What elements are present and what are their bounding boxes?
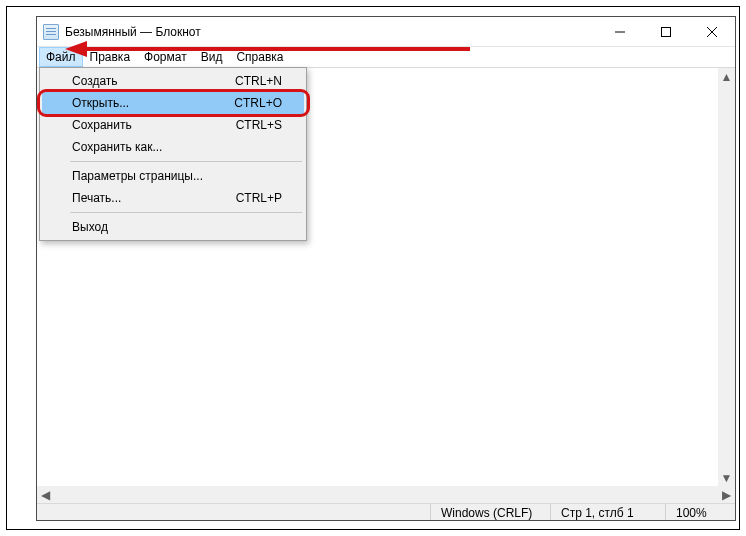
minimize-button[interactable]: [597, 17, 643, 47]
menubar: Файл Правка Формат Вид Справка: [37, 47, 735, 67]
chevron-left-icon: ◀: [41, 488, 50, 502]
menu-item-exit[interactable]: Выход: [42, 216, 304, 238]
scroll-left-button[interactable]: ◀: [37, 486, 54, 503]
menu-separator: [70, 212, 302, 213]
menu-format[interactable]: Формат: [137, 47, 194, 67]
menu-item-saveas-label: Сохранить как...: [72, 140, 282, 154]
menu-edit[interactable]: Правка: [83, 47, 138, 67]
svg-rect-1: [662, 28, 671, 37]
menu-item-open-label: Открыть...: [72, 96, 234, 110]
menu-item-save[interactable]: Сохранить CTRL+S: [42, 114, 304, 136]
status-zoom: 100%: [665, 504, 735, 520]
menu-help[interactable]: Справка: [229, 47, 290, 67]
vertical-scrollbar[interactable]: ▲ ▼: [718, 68, 735, 486]
menu-item-save-accel: CTRL+S: [236, 118, 282, 132]
horizontal-scrollbar[interactable]: ◀ ▶: [37, 486, 735, 503]
scroll-up-button[interactable]: ▲: [718, 68, 735, 85]
menu-item-save-label: Сохранить: [72, 118, 236, 132]
scroll-down-button[interactable]: ▼: [718, 469, 735, 486]
menu-format-label: Формат: [144, 50, 187, 64]
notepad-icon: [43, 24, 59, 40]
chevron-down-icon: ▼: [721, 471, 733, 485]
file-menu-dropdown: Создать CTRL+N Открыть... CTRL+O Сохрани…: [39, 67, 307, 241]
menu-item-print[interactable]: Печать... CTRL+P: [42, 187, 304, 209]
menu-item-new-accel: CTRL+N: [235, 74, 282, 88]
menu-item-saveas[interactable]: Сохранить как...: [42, 136, 304, 158]
maximize-button[interactable]: [643, 17, 689, 47]
menu-separator: [70, 161, 302, 162]
menu-help-label: Справка: [236, 50, 283, 64]
menu-file-label: Файл: [46, 50, 76, 64]
menu-item-print-label: Печать...: [72, 191, 236, 205]
menu-item-pagesetup-label: Параметры страницы...: [72, 169, 282, 183]
menu-item-print-accel: CTRL+P: [236, 191, 282, 205]
chevron-right-icon: ▶: [722, 488, 731, 502]
titlebar: Безымянный — Блокнот: [37, 17, 735, 47]
status-position: Стр 1, стлб 1: [550, 504, 665, 520]
statusbar: Windows (CRLF) Стр 1, стлб 1 100%: [37, 503, 735, 520]
menu-edit-label: Правка: [90, 50, 131, 64]
menu-item-pagesetup[interactable]: Параметры страницы...: [42, 165, 304, 187]
menu-item-new[interactable]: Создать CTRL+N: [42, 70, 304, 92]
menu-item-open[interactable]: Открыть... CTRL+O: [42, 92, 304, 114]
window-title: Безымянный — Блокнот: [65, 25, 201, 39]
chevron-up-icon: ▲: [721, 70, 733, 84]
close-button[interactable]: [689, 17, 735, 47]
menu-file[interactable]: Файл: [39, 47, 83, 67]
menu-view-label: Вид: [201, 50, 223, 64]
notepad-window: Безымянный — Блокнот Файл Правка Формат …: [36, 16, 736, 521]
window-controls: [597, 17, 735, 46]
status-encoding: Windows (CRLF): [430, 504, 550, 520]
scroll-right-button[interactable]: ▶: [718, 486, 735, 503]
menu-item-new-label: Создать: [72, 74, 235, 88]
menu-item-exit-label: Выход: [72, 220, 282, 234]
menu-item-open-accel: CTRL+O: [234, 96, 282, 110]
menu-view[interactable]: Вид: [194, 47, 230, 67]
